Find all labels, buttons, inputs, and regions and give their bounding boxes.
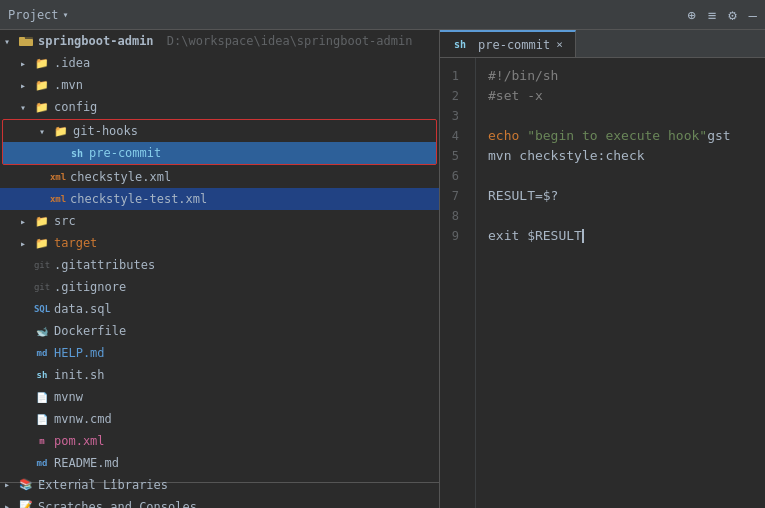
sidebar-item-external-libraries[interactable]: 📚 External Libraries	[0, 474, 439, 496]
sidebar-item-pom-xml[interactable]: m pom.xml	[0, 430, 439, 452]
sidebar-item-dockerfile[interactable]: 🐋 Dockerfile	[0, 320, 439, 342]
sidebar-item-mvnw-cmd[interactable]: 📄 mvnw.cmd	[0, 408, 439, 430]
sidebar-item-idea[interactable]: 📁 .idea	[0, 52, 439, 74]
code-line-7: RESULT=$?	[488, 186, 753, 206]
arrow-icon	[20, 102, 34, 113]
sidebar-content[interactable]: springboot-admin D:\workspace\idea\sprin…	[0, 30, 439, 482]
line-num-1: 1	[440, 66, 467, 86]
sidebar-item-readme-md[interactable]: md README.md	[0, 452, 439, 474]
init-sh-icon: sh	[34, 367, 50, 383]
settings-icon[interactable]: ≡	[708, 7, 716, 23]
git-hooks-box: 📁 git-hooks sh pre-commit	[2, 119, 437, 165]
readme-md-icon: md	[34, 455, 50, 471]
gitattributes-label: .gitattributes	[54, 258, 155, 272]
arrow-icon	[20, 216, 34, 227]
checkstyle-xml-icon: xml	[50, 169, 66, 185]
checkstyle-test-xml-icon: xml	[50, 191, 66, 207]
text-cursor	[582, 229, 584, 243]
git-hooks-folder-icon: 📁	[53, 123, 69, 139]
line-numbers: 1 2 3 4 5 6 7 8 9	[440, 58, 476, 508]
line-num-4: 4	[440, 126, 467, 146]
help-md-label: HELP.md	[54, 346, 105, 360]
scratches-icon: 📝	[18, 499, 34, 509]
line-num-8: 8	[440, 206, 467, 226]
sidebar-item-data-sql[interactable]: SQL data.sql	[0, 298, 439, 320]
sidebar-item-root[interactable]: springboot-admin D:\workspace\idea\sprin…	[0, 30, 439, 52]
line-num-5: 5	[440, 146, 467, 166]
sidebar-item-mvn[interactable]: 📁 .mvn	[0, 74, 439, 96]
config-label: config	[54, 100, 97, 114]
line-num-2: 2	[440, 86, 467, 106]
code-line-9: exit $RESULT	[488, 226, 753, 246]
code-line-8	[488, 206, 753, 226]
minimize-icon[interactable]: —	[749, 7, 757, 23]
code-line-6	[488, 166, 753, 186]
pre-commit-file-icon: sh	[69, 145, 85, 161]
arrow-icon	[20, 58, 34, 69]
idea-folder-icon: 📁	[34, 55, 50, 71]
pom-xml-icon: m	[34, 433, 50, 449]
project-label: Project	[8, 8, 59, 22]
globe-icon[interactable]: ⊕	[687, 7, 695, 23]
top-bar: Project ▾ ⊕ ≡ ⚙ —	[0, 0, 765, 30]
main-layout: springboot-admin D:\workspace\idea\sprin…	[0, 30, 765, 508]
gear-icon[interactable]: ⚙	[728, 7, 736, 23]
src-folder-icon: 📁	[34, 213, 50, 229]
sidebar-item-gitignore[interactable]: git .gitignore	[0, 276, 439, 298]
tab-file-icon: sh	[452, 37, 468, 53]
pom-xml-label: pom.xml	[54, 434, 105, 448]
sidebar-bottom-items: 📚 External Libraries 📝 Scratches and Con…	[0, 474, 439, 509]
code-content[interactable]: #!/bin/sh #set -x echo "begin to execute…	[476, 58, 765, 508]
sidebar-item-git-hooks[interactable]: 📁 git-hooks	[3, 120, 436, 142]
code-line-1: #!/bin/sh	[488, 66, 753, 86]
sidebar-item-src[interactable]: 📁 src	[0, 210, 439, 232]
checkstyle-xml-label: checkstyle.xml	[70, 170, 171, 184]
code-line-2: #set -x	[488, 86, 753, 106]
sidebar-item-pre-commit[interactable]: sh pre-commit	[3, 142, 436, 164]
sidebar-item-checkstyle-test-xml[interactable]: xml checkstyle-test.xml	[0, 188, 439, 210]
code-editor[interactable]: 1 2 3 4 5 6 7 8 9 #!/bin/sh #set -x echo…	[440, 58, 765, 508]
arrow-icon	[4, 479, 18, 490]
sidebar-item-config[interactable]: 📁 config	[0, 96, 439, 118]
line-num-6: 6	[440, 166, 467, 186]
tab-bar: sh pre-commit ×	[440, 30, 765, 58]
pre-commit-label: pre-commit	[89, 146, 161, 160]
editor-area: sh pre-commit × 1 2 3 4 5 6 7 8 9 #!/bin…	[440, 30, 765, 508]
mvnw-cmd-icon: 📄	[34, 411, 50, 427]
top-bar-icons: ⊕ ≡ ⚙ —	[687, 7, 757, 23]
dockerfile-icon: 🐋	[34, 323, 50, 339]
root-label: springboot-admin D:\workspace\idea\sprin…	[38, 34, 412, 48]
external-libraries-label: External Libraries	[38, 478, 168, 492]
data-sql-label: data.sql	[54, 302, 112, 316]
config-folder-icon: 📁	[34, 99, 50, 115]
src-label: src	[54, 214, 76, 228]
help-md-icon: md	[34, 345, 50, 361]
scratches-label: Scratches and Consoles	[38, 500, 197, 509]
mvn-label: .mvn	[54, 78, 83, 92]
code-line-3	[488, 106, 753, 126]
sidebar-item-init-sh[interactable]: sh init.sh	[0, 364, 439, 386]
sidebar-bottom: 📚 External Libraries 📝 Scratches and Con…	[0, 482, 439, 508]
chevron-down-icon[interactable]: ▾	[63, 9, 69, 20]
root-folder-icon	[18, 33, 34, 49]
arrow-icon	[20, 238, 34, 249]
readme-md-label: README.md	[54, 456, 119, 470]
tab-pre-commit[interactable]: sh pre-commit ×	[440, 30, 576, 57]
code-line-5: mvn checkstyle:check	[488, 146, 753, 166]
sidebar-item-checkstyle-xml[interactable]: xml checkstyle.xml	[0, 166, 439, 188]
arrow-icon	[4, 36, 18, 47]
sidebar-item-gitattributes[interactable]: git .gitattributes	[0, 254, 439, 276]
svg-rect-1	[19, 39, 33, 46]
sidebar-item-target[interactable]: 📁 target	[0, 232, 439, 254]
tab-close-button[interactable]: ×	[556, 38, 563, 51]
sidebar-item-mvnw[interactable]: 📄 mvnw	[0, 386, 439, 408]
external-libs-icon: 📚	[18, 477, 34, 493]
checkstyle-test-xml-label: checkstyle-test.xml	[70, 192, 207, 206]
sidebar-item-scratches[interactable]: 📝 Scratches and Consoles	[0, 496, 439, 509]
sidebar-item-help-md[interactable]: md HELP.md	[0, 342, 439, 364]
mvnw-label: mvnw	[54, 390, 83, 404]
init-sh-label: init.sh	[54, 368, 105, 382]
tab-label: pre-commit	[478, 38, 550, 52]
mvnw-icon: 📄	[34, 389, 50, 405]
dockerfile-label: Dockerfile	[54, 324, 126, 338]
